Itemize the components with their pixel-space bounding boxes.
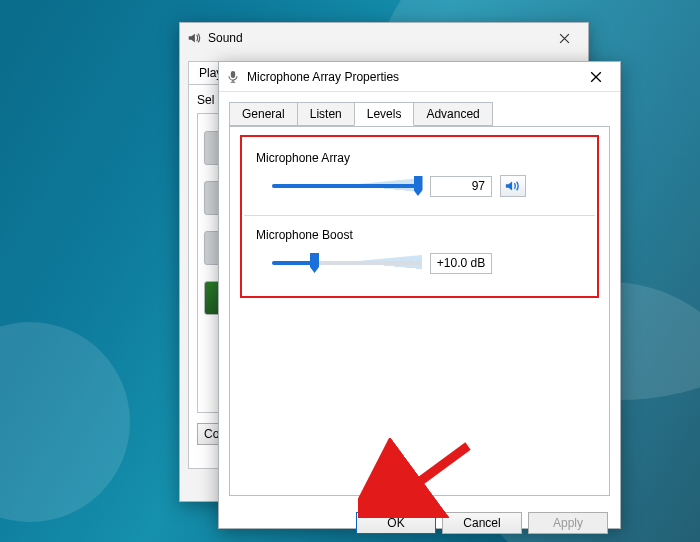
levels-panel: Microphone Array 97 — [229, 126, 610, 496]
mic-boost-slider[interactable] — [272, 252, 422, 274]
speaker-icon — [186, 30, 202, 46]
mic-properties-window: Microphone Array Properties General List… — [218, 61, 621, 529]
close-icon — [559, 33, 570, 44]
properties-tabs: General Listen Levels Advanced — [229, 102, 610, 126]
mic-array-label: Microphone Array — [256, 151, 585, 165]
ok-button[interactable]: OK — [356, 512, 436, 534]
speaker-icon — [505, 179, 521, 193]
dialog-buttons: OK Cancel Apply — [219, 506, 620, 542]
tab-general[interactable]: General — [229, 102, 298, 126]
svg-rect-0 — [231, 70, 235, 77]
tab-advanced[interactable]: Advanced — [413, 102, 492, 126]
highlight-box: Microphone Array 97 — [240, 135, 599, 298]
sound-close-button[interactable] — [546, 24, 582, 52]
properties-titlebar: Microphone Array Properties — [219, 62, 620, 92]
sound-title: Sound — [208, 31, 546, 45]
sound-titlebar: Sound — [180, 23, 588, 53]
apply-button: Apply — [528, 512, 608, 534]
properties-close-button[interactable] — [578, 63, 614, 91]
mic-array-slider[interactable] — [272, 175, 422, 197]
mic-boost-value[interactable]: +10.0 dB — [430, 253, 492, 274]
microphone-icon — [225, 69, 241, 85]
tab-levels[interactable]: Levels — [354, 102, 415, 126]
mute-button[interactable] — [500, 175, 526, 197]
mic-boost-section: Microphone Boost +10.0 dB — [250, 222, 589, 284]
separator — [244, 215, 595, 216]
mic-boost-label: Microphone Boost — [256, 228, 585, 242]
cancel-button[interactable]: Cancel — [442, 512, 522, 534]
close-icon — [590, 71, 602, 83]
mic-array-value[interactable]: 97 — [430, 176, 492, 197]
tab-listen[interactable]: Listen — [297, 102, 355, 126]
properties-title: Microphone Array Properties — [247, 70, 578, 84]
mic-array-section: Microphone Array 97 — [250, 145, 589, 207]
